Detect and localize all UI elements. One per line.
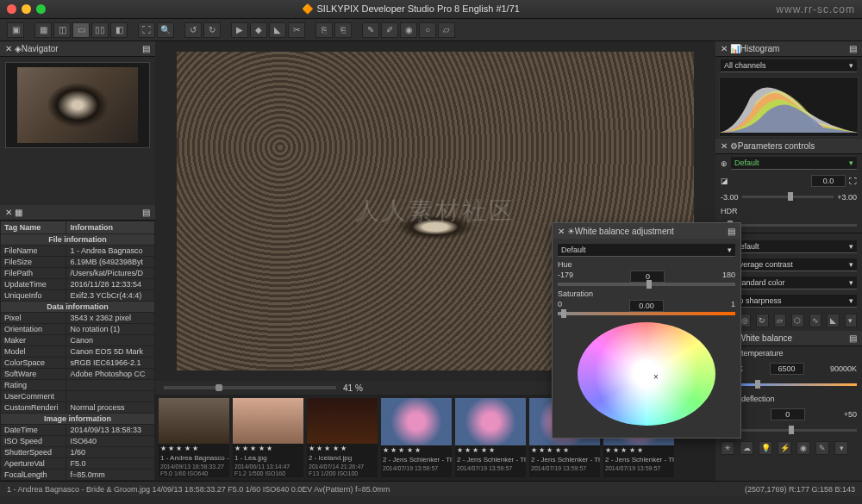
wb-popup-title: White balance adjustment (575, 227, 674, 236)
exposure-icon: ◪ (721, 177, 728, 185)
table-row: ShutterSpeed1/60 (1, 447, 155, 458)
table-row: ISO SpeedISO640 (1, 436, 155, 447)
tool-copy-icon[interactable]: ⎘ (315, 22, 333, 38)
thumbnail-item[interactable]: ★ ★ ★ ★ ★2 - Jens Schlenker - The bride2… (455, 398, 526, 477)
color-dropdown[interactable]: Standard color▾ (731, 277, 857, 289)
zoom-window-icon[interactable] (36, 4, 46, 14)
rotate-icon[interactable]: ↻ (756, 314, 769, 327)
tool-tag-icon[interactable]: ◣ (269, 22, 286, 38)
wb-preset-dropdown[interactable]: Default▾ (558, 244, 735, 257)
panel-menu-icon[interactable]: ▤ (849, 44, 857, 53)
wb-cloud-icon[interactable]: ☁ (740, 441, 753, 455)
curve-icon[interactable]: ∿ (809, 314, 822, 327)
table-row: Pixel3543 x 2362 pixel (1, 313, 155, 324)
table-row: ApertureValF5.0 (1, 458, 155, 470)
table-row: LensEF85mm f/1.8 USA (1, 481, 155, 482)
white-balance-popup[interactable]: ✕ ☀ White balance adjustment▤ Default▾ H… (552, 222, 741, 439)
ev-slider[interactable] (742, 196, 834, 198)
close-icon[interactable]: ✕ (5, 44, 12, 53)
table-row: FileName1 - Andrea Bagnasco (1, 246, 155, 257)
tool-eraser-icon[interactable]: ▱ (438, 22, 455, 38)
crop-icon[interactable]: ▱ (774, 314, 787, 327)
tool-dust-icon[interactable]: ○ (419, 22, 436, 38)
window-title: 🔶 SILKYPIX Developer Studio Pro 8 Englis… (46, 3, 776, 15)
close-window-icon[interactable] (7, 4, 16, 14)
metadata-header: ✕ ▦ ▤ (0, 205, 155, 221)
contrast-dropdown[interactable]: Average contrast▾ (731, 258, 857, 271)
tool-crop-icon[interactable]: ✂ (288, 22, 305, 38)
highlight-icon[interactable]: ◣ (827, 314, 840, 327)
effect-icon[interactable]: ⬡ (791, 314, 804, 327)
tool-picker-icon[interactable]: ✎ (362, 22, 379, 38)
navigator-thumbnail[interactable] (5, 62, 150, 148)
table-row: FileSize6.19MB (6492398Byt (1, 257, 155, 268)
table-row: OrientationNo rotation (1) (1, 324, 155, 335)
panel-menu-icon[interactable]: ▤ (849, 333, 857, 343)
color-wheel[interactable] (578, 322, 715, 426)
close-icon[interactable]: ✕ (721, 141, 728, 151)
table-row: ModelCanon EOS 5D Mark (1, 346, 155, 358)
sharpness-dropdown[interactable]: No sharpness▾ (730, 295, 857, 308)
tool-single-icon[interactable]: ▭ (72, 22, 90, 38)
titlebar: 🔶 SILKYPIX Developer Studio Pro 8 Englis… (0, 0, 862, 19)
close-icon[interactable]: ✕ (5, 208, 12, 217)
table-row: DateTime2014/09/13 18:58:33 (1, 425, 155, 436)
tool-dual-icon[interactable]: ▯▯ (91, 22, 109, 38)
tool-compare-icon[interactable]: ◧ (110, 22, 128, 38)
thumbnail-item[interactable]: ★ ★ ★ ★ ★2 - Iceland.jpg2014/07/14 21:26… (307, 398, 378, 477)
hue-slider[interactable] (558, 283, 735, 286)
tool-heal-icon[interactable]: ◉ (400, 22, 417, 38)
tool-rotate-left-icon[interactable]: ↺ (184, 22, 202, 38)
thumbnail-item[interactable]: ★ ★ ★ ★ ★1 - Lea.jpg2014/06/11 13:14:47F… (233, 398, 303, 477)
params-preset-dropdown[interactable]: Default▾ (731, 157, 857, 170)
wb-picker-icon[interactable]: ✎ (815, 441, 829, 455)
tool-folder-icon[interactable]: ▣ (7, 22, 24, 38)
wb-bulb-icon[interactable]: 💡 (759, 441, 772, 455)
minimize-window-icon[interactable] (22, 4, 31, 14)
zoom-value: 41 % (343, 383, 363, 393)
table-row: CustomRenderiNormal process (1, 402, 155, 414)
thumbnail-item[interactable]: ★ ★ ★ ★ ★1 - Andrea Bagnasco -2014/09/13… (159, 398, 229, 477)
sat-input[interactable]: 0.00 (629, 300, 664, 312)
table-row: ColorSpacesRGB IEC61966-2.1 (1, 358, 155, 369)
channels-dropdown[interactable]: All channels▾ (721, 59, 857, 72)
metadata-panel: Tag NameInformation File information Fil… (0, 221, 155, 481)
wb-custom-icon[interactable]: ◉ (796, 441, 810, 455)
table-row: UpdateTime2016/11/28 12:33:54 (1, 279, 155, 290)
statusbar: 1 - Andrea Bagnasco - Bride & Groom.jpg … (0, 481, 862, 496)
more-icon[interactable]: ▾ (845, 314, 858, 327)
wb-sun-icon[interactable]: ☀ (721, 441, 734, 455)
tool-grid-icon[interactable]: ▦ (34, 22, 52, 38)
wb-flash-icon[interactable]: ⚡ (778, 441, 791, 455)
col-tag: Tag Name (1, 221, 66, 234)
main-toolbar: ▣ ▦ ◫ ▭ ▯▯ ◧ ⛶ 🔍 ↺ ↻ ▶ ◆ ◣ ✂ ⎘ ⎗ ✎ ✐ ◉ ○… (0, 19, 862, 41)
wb-more-icon[interactable]: ▾ (834, 441, 848, 455)
table-row: UserComment (1, 391, 155, 402)
table-row: FocalLengthf=85.0mm (1, 470, 155, 481)
tool-flag-icon[interactable]: ▶ (231, 22, 248, 38)
panel-menu-icon[interactable]: ▤ (142, 208, 150, 217)
table-row: SoftWareAdobe Photoshop CC (1, 369, 155, 380)
table-row: UniqueInfoExif2.3 YCbCr(4:4:4) (1, 290, 155, 302)
tone-default-dropdown[interactable]: Default▾ (731, 240, 857, 253)
tool-marker-icon[interactable]: ◆ (250, 22, 267, 38)
close-icon[interactable]: ✕ (721, 44, 728, 53)
temp-input[interactable]: 6500 (770, 363, 804, 375)
tool-fit-icon[interactable]: ⛶ (138, 22, 155, 38)
center-panel: 人人素材社区 41 % ★ ★ ★ ★ ★1 - Andrea Bagnasco… (155, 41, 715, 481)
panel-menu-icon[interactable]: ▤ (142, 44, 150, 53)
expand-icon[interactable]: ⛶ (849, 177, 857, 185)
col-info: Information (66, 221, 155, 234)
tool-split-icon[interactable]: ◫ (53, 22, 71, 38)
ev-input[interactable]: 0.0 (811, 175, 846, 187)
sat-slider[interactable] (558, 312, 735, 315)
tool-paste-icon[interactable]: ⎗ (334, 22, 352, 38)
table-row: MakerCanon (1, 335, 155, 346)
tool-rotate-right-icon[interactable]: ↻ (203, 22, 221, 38)
histogram-display (719, 77, 859, 137)
zoom-slider[interactable] (164, 386, 336, 389)
defl-input[interactable]: 0 (771, 408, 805, 420)
tool-brush-icon[interactable]: ✐ (381, 22, 398, 38)
thumbnail-item[interactable]: ★ ★ ★ ★ ★2 - Jens Schlenker - The bride2… (381, 398, 452, 477)
tool-zoom-icon[interactable]: 🔍 (157, 22, 174, 38)
